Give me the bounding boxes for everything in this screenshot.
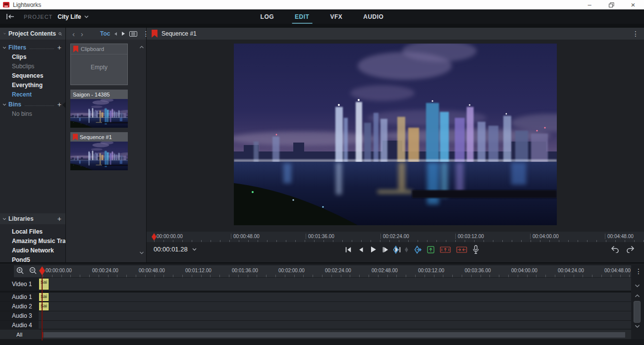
zoom-in-button[interactable]	[16, 267, 24, 274]
play-tile-icon[interactable]	[121, 31, 125, 36]
sidebar-item-recent[interactable]: Recent	[0, 90, 65, 99]
chevron-down-icon[interactable]	[192, 248, 197, 251]
sort-descending-icon[interactable]	[114, 32, 117, 36]
clip-card-title: Saigon - 14385	[73, 92, 110, 98]
timeline-clip[interactable]: Sai	[39, 293, 49, 301]
clip-card-saigon[interactable]: Saigon - 14385	[70, 90, 128, 128]
step-forward-button[interactable]	[381, 246, 390, 253]
track-lane-audio-3[interactable]	[39, 311, 631, 320]
timeline-playhead-marker[interactable]	[39, 266, 45, 275]
video-tracks-collapse-icon[interactable]	[635, 284, 640, 288]
bookmark-icon	[73, 46, 78, 52]
track-lane-audio-1[interactable]: Sai	[39, 293, 631, 301]
filters-section-header[interactable]: Filters +	[0, 43, 65, 52]
go-to-start-button[interactable]	[344, 246, 353, 253]
libraries-label: Libraries	[8, 215, 34, 222]
restore-icon	[609, 2, 614, 7]
tab-audio[interactable]: AUDIO	[360, 9, 386, 24]
ruler-tick: 00:04:48.00	[602, 268, 631, 273]
timecode-value: 00:00:01.28	[154, 246, 188, 253]
titlebar: Lightworks – ×	[0, 0, 644, 9]
sidebar-item-everything[interactable]: Everything	[0, 81, 65, 90]
remove-edit-button[interactable]	[456, 246, 467, 253]
room-tabs: LOG EDIT VFX AUDIO	[258, 9, 387, 24]
ruler-tick: 00:02:24.00	[380, 234, 409, 239]
collapse-chevron-icon[interactable]	[3, 32, 6, 35]
sort-field-label[interactable]: Toc	[100, 30, 110, 37]
replace-edit-button[interactable]	[440, 246, 451, 253]
playhead-line[interactable]	[42, 268, 43, 341]
timeline-ruler[interactable]: 00:00:00.00 00:00:24.00 00:00:48.00 00:0…	[14, 265, 631, 277]
scroll-up-icon[interactable]	[635, 294, 640, 297]
ruler-tick: 00:04:48.00	[605, 234, 634, 239]
scroll-down-icon[interactable]	[139, 251, 144, 254]
step-back-button[interactable]	[356, 246, 365, 253]
search-icon[interactable]	[58, 31, 62, 37]
track-label-video-1[interactable]: Video 1	[0, 278, 39, 291]
ruler-tick: 00:01:12.00	[183, 268, 212, 273]
view-tiles-icon[interactable]	[129, 31, 137, 37]
sidebar-item-sequences[interactable]: Sequences	[0, 71, 65, 81]
track-label-audio-3[interactable]: Audio 3	[0, 311, 39, 320]
libraries-section-header[interactable]: Libraries +	[0, 213, 65, 224]
scroll-up-icon[interactable]	[139, 46, 144, 49]
ruler-tick: 00:01:36.00	[306, 234, 334, 239]
track-lane-video-1[interactable]: Sai	[39, 278, 631, 291]
zoom-out-button[interactable]	[29, 267, 37, 274]
horizontal-scrollbar[interactable]	[44, 332, 625, 338]
sidebar-item-subclips[interactable]: Subclips	[0, 62, 65, 71]
add-library-button[interactable]: +	[57, 216, 61, 222]
bins-label: Bins	[8, 101, 21, 108]
clipboard-card[interactable]: Clipboard Empty	[70, 44, 128, 85]
undo-button[interactable]	[610, 246, 619, 253]
close-button[interactable]: ×	[622, 0, 644, 9]
nav-forward-button[interactable]: ›	[78, 30, 86, 38]
timeline-clip[interactable]: Sai	[39, 279, 49, 290]
panel-resize-handle[interactable]	[62, 102, 65, 108]
voiceover-mic-button[interactable]	[473, 245, 479, 254]
library-item-amazing-music-track[interactable]: Amazing Music Track	[0, 237, 65, 246]
goto-marker-button[interactable]	[414, 246, 422, 254]
timeline-clip[interactable]: Sai	[39, 302, 49, 310]
park-marker-icon[interactable]	[404, 246, 409, 253]
viewer-menu-button[interactable]: ⋮	[632, 30, 639, 38]
sequence-card[interactable]: Sequence #1	[70, 132, 128, 170]
nav-back-button[interactable]: ‹	[69, 30, 78, 38]
lightworks-window: Lightworks – × PROJECT City Life L	[0, 0, 644, 345]
lightworks-logo-icon	[3, 1, 10, 8]
sidebar-item-clips[interactable]: Clips	[0, 52, 65, 62]
project-selector[interactable]: City Life	[57, 13, 88, 20]
ruler-tick: 00:00:00.00	[154, 234, 183, 239]
library-item-audio-network[interactable]: Audio Network	[0, 246, 65, 255]
insert-edit-button[interactable]	[427, 246, 434, 254]
track-label-audio-1[interactable]: Audio 1	[0, 293, 39, 301]
bins-section-header[interactable]: Bins +	[0, 99, 65, 109]
playhead-marker[interactable]	[152, 233, 157, 241]
redo-button[interactable]	[626, 246, 635, 253]
track-lane-audio-2[interactable]: Sai	[39, 302, 631, 311]
viewer-timeline-ruler[interactable]: 00:00:00.00 00:00:48.00 00:01:36.00 00:0…	[147, 232, 644, 242]
minimize-button[interactable]: –	[579, 0, 600, 9]
exit-project-button[interactable]	[6, 13, 17, 21]
add-bin-button[interactable]: +	[57, 101, 61, 107]
add-cue-marker-button[interactable]	[393, 246, 399, 254]
track-lane-audio-4[interactable]	[39, 321, 631, 329]
ruler-tick: 00:00:24.00	[90, 268, 118, 273]
restore-button[interactable]	[600, 0, 622, 9]
scroll-down-icon[interactable]	[635, 325, 640, 328]
tab-vfx[interactable]: VFX	[327, 9, 345, 24]
track-label-audio-4[interactable]: Audio 4	[0, 321, 39, 329]
ruler-tick: 00:02:24.00	[323, 268, 351, 273]
video-preview	[234, 44, 557, 225]
timeline-footer-strip	[0, 339, 644, 345]
track-label-audio-2[interactable]: Audio 2	[0, 302, 39, 311]
library-item-local-files[interactable]: Local Files	[0, 227, 65, 237]
timecode-display[interactable]: 00:00:01.28	[154, 246, 197, 253]
scrollbar-thumb[interactable]	[634, 301, 641, 323]
timeline-menu-button[interactable]: ⋮	[635, 267, 642, 275]
tab-log[interactable]: LOG	[258, 9, 277, 24]
add-filter-button[interactable]: +	[57, 45, 61, 50]
play-button[interactable]	[369, 246, 377, 253]
tab-edit[interactable]: EDIT	[292, 9, 312, 24]
all-tracks-label: All	[0, 330, 39, 340]
